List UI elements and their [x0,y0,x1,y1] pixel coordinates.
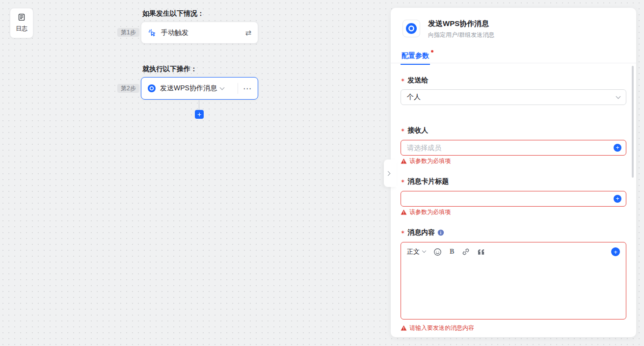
action-heading: 就执行以下操作： [142,65,197,74]
send-to-value: 个人 [407,93,421,102]
message-content-editor-box: 正文 B [401,242,626,319]
log-button[interactable]: 日志 [10,8,33,38]
panel-scrollbar[interactable] [632,66,634,178]
card-title-field-wrap: + [401,191,626,207]
chevron-down-icon [616,94,621,99]
trigger-node-label: 手动触发 [161,28,188,37]
add-step-button[interactable]: + [195,110,204,119]
condition-heading: 如果发生以下情况： [142,9,204,18]
wps-message-icon [148,84,156,92]
card-title-input[interactable] [401,191,626,207]
text-style-select[interactable]: 正文 [407,247,426,256]
unsaved-dot [431,50,433,53]
node-connector-line [199,100,199,110]
emoji-icon [433,248,442,256]
send-to-select[interactable]: 个人 [401,89,626,105]
warning-icon [401,209,407,215]
swap-trigger-icon[interactable]: ⇄ [245,28,251,37]
tab-label: 配置参数 [402,52,429,59]
panel-subtitle: 向指定用户/群组发送消息 [428,31,494,39]
panel-title: 发送WPS协作消息 [428,19,489,28]
action-node-label: 发送WPS协作消息 [160,84,217,93]
add-recipient-icon[interactable]: + [614,144,621,152]
bold-button[interactable]: B [450,248,454,256]
warning-icon [401,325,407,331]
divider [391,63,636,63]
warning-icon [401,158,407,164]
divider [238,83,238,94]
log-icon [18,13,26,21]
message-content-label: ✶ 消息内容 [401,228,444,237]
link-icon [462,248,470,256]
more-actions-icon[interactable]: ⋯ [243,84,251,93]
required-mark: ✶ [401,229,405,236]
recipient-label: ✶ 接收人 [401,126,428,135]
message-content-editor[interactable] [401,261,626,319]
message-content-error: 请输入要发送的消息内容 [401,324,474,332]
send-to-label: ✶ 发送给 [401,76,428,85]
wps-message-icon [406,23,417,34]
quote-button[interactable] [478,249,485,255]
step1-badge: 第1步 [117,28,139,37]
recipient-field-wrap: + [401,140,626,156]
panel-header-icon-box [402,20,420,37]
trigger-node-card[interactable]: 手动触发 ⇄ [141,22,258,44]
info-icon[interactable] [437,229,444,236]
emoji-button[interactable] [433,248,442,256]
chevron-right-icon [386,171,391,176]
config-panel: 发送WPS协作消息 向指定用户/群组发送消息 配置参数 ✶ 发送给 个人 ✶ 接… [391,8,636,337]
required-mark: ✶ [401,178,405,185]
required-mark: ✶ [401,77,405,83]
chevron-down-icon[interactable] [219,85,224,90]
action-node-card[interactable]: 发送WPS协作消息 ⋯ [141,77,258,100]
card-title-label: ✶ 消息卡片标题 [401,177,449,186]
quote-icon [478,249,485,255]
insert-variable-icon[interactable]: + [614,195,621,203]
manual-trigger-icon [148,28,157,37]
link-button[interactable] [462,248,470,256]
step2-badge: 第2步 [117,84,139,93]
recipient-error: 该参数为必填项 [401,157,451,165]
recipient-input[interactable] [401,140,626,156]
required-mark: ✶ [401,127,405,133]
card-title-error: 该参数为必填项 [401,208,451,216]
panel-collapse-button[interactable] [384,160,397,187]
insert-variable-icon[interactable]: + [611,247,620,256]
log-label: 日志 [16,25,27,33]
chevron-down-icon [422,249,426,253]
editor-toolbar: 正文 B [401,242,626,261]
